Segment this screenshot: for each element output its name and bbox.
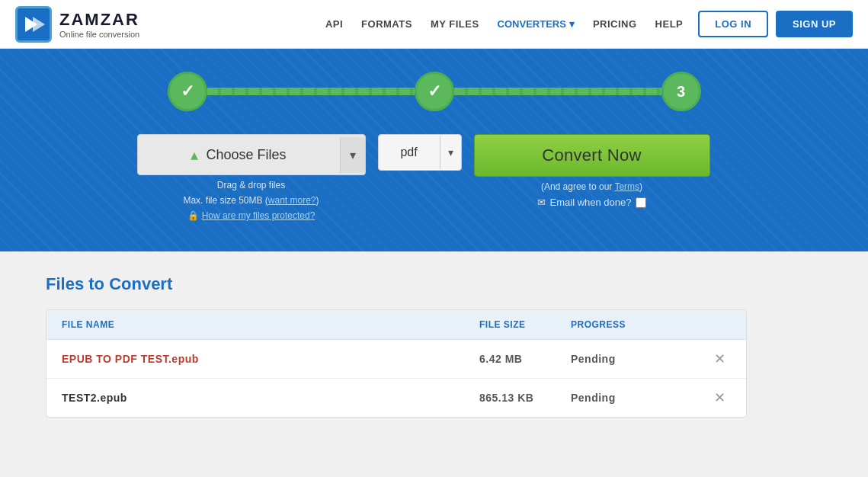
nav-help[interactable]: HELP — [655, 18, 684, 30]
nav-actions: LOG IN SIGN UP — [698, 11, 853, 37]
step-2-symbol: ✓ — [428, 82, 441, 101]
upload-icon: ▴ — [191, 146, 198, 164]
files-section: Files to Convert FILE NAME FILE SIZE PRO… — [0, 251, 868, 440]
files-table: FILE NAME FILE SIZE PROGRESS EPUB TO PDF… — [46, 309, 747, 418]
max-size-text: Max. file size 50MB (want more?) — [183, 195, 319, 206]
format-value: pdf — [379, 135, 440, 170]
row-filesize-1: 6.42 MB — [479, 353, 571, 365]
want-more-link[interactable]: want more? — [268, 195, 316, 206]
navbar: ZAMZAR Online file conversion API FORMAT… — [0, 0, 868, 49]
step-1-symbol: ✓ — [181, 82, 194, 101]
step-line-2 — [454, 88, 661, 95]
email-row: ✉ Email when done? — [537, 197, 647, 208]
row-filename-2: TEST2.epub — [62, 392, 479, 404]
email-label: Email when done? — [550, 197, 632, 208]
nav-api[interactable]: API — [325, 18, 343, 30]
col-header-filesize: FILE SIZE — [479, 319, 571, 330]
login-button[interactable]: LOG IN — [698, 11, 768, 37]
choose-files-dropdown-arrow[interactable]: ▾ — [340, 137, 365, 173]
table-header: FILE NAME FILE SIZE PROGRESS — [46, 310, 746, 340]
choose-files-button[interactable]: ▴ Choose Files ▾ — [137, 134, 366, 175]
nav-formats[interactable]: FORMATS — [361, 18, 412, 30]
row-filename-1: EPUB TO PDF TEST.epub — [62, 353, 479, 365]
row-filesize-2: 865.13 KB — [479, 392, 571, 404]
table-row: EPUB TO PDF TEST.epub 6.42 MB Pending ✕ — [46, 340, 746, 379]
converter-controls: ▴ Choose Files ▾ Drag & drop files Max. … — [137, 134, 732, 221]
row-progress-2: Pending — [571, 392, 708, 404]
email-checkbox[interactable] — [636, 197, 646, 208]
steps-container: ✓ ✓ 3 — [168, 72, 701, 111]
col-header-action — [708, 319, 731, 330]
logo-icon[interactable] — [15, 6, 52, 43]
email-icon: ✉ — [537, 197, 546, 208]
files-title-highlight: Convert — [109, 274, 172, 293]
format-selector[interactable]: pdf ▾ — [378, 134, 462, 171]
convert-btn-wrapper: Convert Now (And agree to our Terms) ✉ E… — [474, 134, 710, 208]
row-remove-2[interactable]: ✕ — [708, 389, 731, 406]
files-title: Files to Convert — [46, 274, 822, 294]
svg-marker-1 — [33, 17, 45, 32]
file-protection-link[interactable]: How are my files protected? — [202, 210, 315, 221]
signup-button[interactable]: SIGN UP — [776, 11, 853, 37]
nav-my-files[interactable]: MY FILES — [431, 18, 479, 30]
drag-drop-text: Drag & drop files — [217, 180, 285, 190]
brand-name: ZAMZAR — [59, 10, 139, 30]
hero-section: ✓ ✓ 3 ▴ Choose Files ▾ Drag & drop files… — [0, 49, 868, 251]
logo-text: ZAMZAR Online file conversion — [59, 10, 139, 39]
nav-links: API FORMATS MY FILES CONVERTERS ▾ PRICIN… — [325, 18, 683, 30]
step-3-symbol: 3 — [677, 83, 685, 101]
step-3-circle: 3 — [661, 72, 701, 111]
logo-area: ZAMZAR Online file conversion — [15, 6, 139, 43]
choose-files-main: ▴ Choose Files — [138, 135, 340, 174]
col-header-filename: FILE NAME — [62, 319, 479, 330]
table-row: TEST2.epub 865.13 KB Pending ✕ — [46, 379, 746, 417]
brand-tagline: Online file conversion — [59, 30, 139, 39]
step-2-circle: ✓ — [415, 72, 454, 111]
terms-link[interactable]: Terms — [614, 181, 639, 192]
choose-files-wrapper: ▴ Choose Files ▾ Drag & drop files Max. … — [137, 134, 366, 221]
step-line-1 — [207, 88, 415, 95]
choose-files-label: Choose Files — [206, 147, 286, 163]
nav-pricing[interactable]: PRICING — [593, 18, 637, 30]
files-title-prefix: Files to — [46, 274, 109, 293]
col-header-progress: PROGRESS — [571, 319, 708, 330]
file-protection-row: 🔒 How are my files protected? — [187, 210, 315, 221]
row-remove-1[interactable]: ✕ — [708, 351, 731, 367]
nav-converters[interactable]: CONVERTERS ▾ — [498, 18, 575, 30]
terms-hint: (And agree to our Terms) — [541, 181, 642, 192]
row-progress-1: Pending — [571, 353, 708, 365]
chevron-down-icon: ▾ — [569, 18, 575, 30]
lock-icon: 🔒 — [187, 210, 199, 221]
convert-now-button[interactable]: Convert Now — [474, 134, 710, 177]
format-dropdown-arrow[interactable]: ▾ — [440, 136, 461, 169]
step-1-circle: ✓ — [168, 72, 207, 111]
